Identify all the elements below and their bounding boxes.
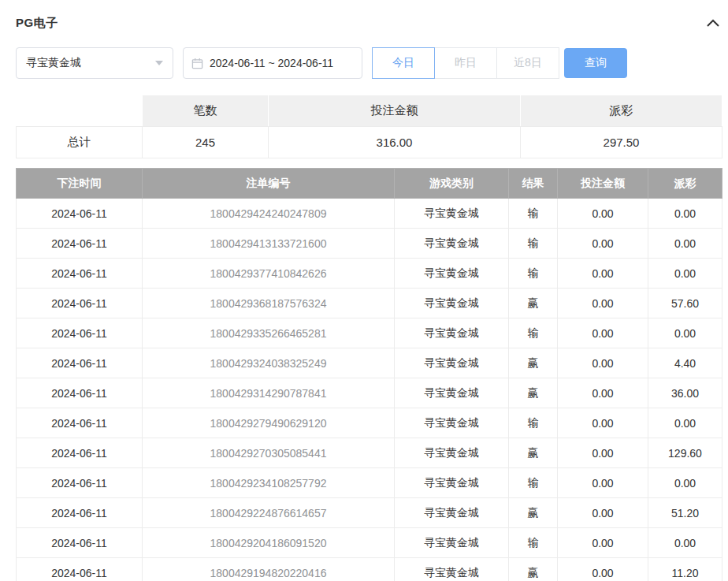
cell-result: 输 [509,199,558,229]
table-row: 2024-06-111800429224876614657寻宝黄金城赢0.005… [17,498,722,528]
cell-result: 输 [509,468,558,498]
cell-bet-amount: 0.00 [558,438,648,468]
cell-game-type: 寻宝黄金城 [395,498,509,528]
summary-table: 笔数 投注金额 派彩 总计 245 316.00 297.50 [16,95,722,158]
summary-header-count: 笔数 [143,95,269,127]
header-result: 结果 [509,169,558,199]
table-row: 2024-06-111800429314290787841寻宝黄金城赢0.003… [17,378,722,408]
summary-bet-amount-value: 316.00 [269,127,521,158]
cell-bet-amount: 0.00 [558,318,648,348]
cell-bet-amount: 0.00 [558,528,648,558]
calendar-icon [191,58,203,69]
table-row: 2024-06-111800429424240247809寻宝黄金城输0.000… [17,199,722,229]
date-range-value: 2024-06-11 ~ 2024-06-11 [210,57,333,69]
bet-table-body: 2024-06-111800429424240247809寻宝黄金城输0.000… [17,199,722,581]
cell-order-id: 1800429377410842626 [143,259,395,289]
summary-header-payout: 派彩 [521,95,722,127]
game-select[interactable]: 寻宝黄金城 [16,47,173,79]
cell-order-id: 1800429234108257792 [143,468,395,498]
cell-bet-time: 2024-06-11 [17,199,143,229]
date-range-input[interactable]: 2024-06-11 ~ 2024-06-11 [183,47,362,79]
cell-order-id: 1800429224876614657 [143,498,395,528]
cell-result: 赢 [509,348,558,378]
cell-result: 输 [509,528,558,558]
cell-bet-time: 2024-06-11 [17,229,143,259]
search-button[interactable]: 查询 [564,48,627,78]
cell-order-id: 1800429270305085441 [143,438,395,468]
summary-count-value: 245 [143,127,269,158]
summary-payout-value: 297.50 [521,127,722,158]
cell-order-id: 1800429324038325249 [143,348,395,378]
table-row: 2024-06-111800429377410842626寻宝黄金城输0.000… [17,259,722,289]
cell-order-id: 1800429204186091520 [143,528,395,558]
game-select-value: 寻宝黄金城 [26,56,81,70]
cell-bet-amount: 0.00 [558,558,648,581]
table-row: 2024-06-111800429204186091520寻宝黄金城输0.000… [17,528,722,558]
cell-payout: 0.00 [648,199,722,229]
cell-order-id: 1800429413133721600 [143,229,395,259]
summary-header-blank [17,95,143,127]
cell-payout: 11.20 [648,558,722,581]
table-row: 2024-06-111800429368187576324寻宝黄金城赢0.005… [17,289,722,318]
cell-game-type: 寻宝黄金城 [395,318,509,348]
cell-game-type: 寻宝黄金城 [395,199,509,229]
header-bet-time: 下注时间 [17,169,143,199]
cell-bet-time: 2024-06-11 [17,438,143,468]
table-row: 2024-06-111800429234108257792寻宝黄金城输0.000… [17,468,722,498]
table-row: 2024-06-111800429324038325249寻宝黄金城赢0.004… [17,348,722,378]
cell-game-type: 寻宝黄金城 [395,528,509,558]
cell-payout: 4.40 [648,348,722,378]
bet-table-header-row: 下注时间 注单编号 游戏类别 结果 投注金额 派彩 [17,169,722,199]
cell-order-id: 1800429314290787841 [143,378,395,408]
cell-bet-time: 2024-06-11 [17,498,143,528]
cell-bet-amount: 0.00 [558,498,648,528]
cell-bet-amount: 0.00 [558,408,648,438]
cell-game-type: 寻宝黄金城 [395,408,509,438]
cell-order-id: 1800429335266465281 [143,318,395,348]
cell-bet-time: 2024-06-11 [17,318,143,348]
cell-order-id: 1800429279490629120 [143,408,395,438]
cell-bet-time: 2024-06-11 [17,348,143,378]
table-row: 2024-06-111800429270305085441寻宝黄金城赢0.001… [17,438,722,468]
cell-payout: 36.00 [648,378,722,408]
cell-game-type: 寻宝黄金城 [395,558,509,581]
table-row: 2024-06-111800429413133721600寻宝黄金城输0.000… [17,229,722,259]
cell-bet-amount: 0.00 [558,199,648,229]
today-button[interactable]: 今日 [372,47,435,79]
cell-payout: 0.00 [648,259,722,289]
filter-row: 寻宝黄金城 2024-06-11 ~ 2024-06-11 今日 昨日 近8日 … [16,47,722,79]
collapse-panel-button[interactable] [704,14,722,32]
bet-table: 下注时间 注单编号 游戏类别 结果 投注金额 派彩 2024-06-111800… [16,168,722,581]
cell-game-type: 寻宝黄金城 [395,259,509,289]
cell-payout: 129.60 [648,438,722,468]
header-bet-amount: 投注金额 [558,169,648,199]
cell-result: 输 [509,229,558,259]
chevron-down-icon [155,61,163,65]
table-row: 2024-06-111800429279490629120寻宝黄金城输0.000… [17,408,722,438]
cell-bet-amount: 0.00 [558,378,648,408]
cell-result: 赢 [509,438,558,468]
cell-result: 输 [509,259,558,289]
cell-game-type: 寻宝黄金城 [395,348,509,378]
cell-result: 赢 [509,289,558,318]
cell-result: 赢 [509,558,558,581]
cell-payout: 0.00 [648,468,722,498]
cell-bet-time: 2024-06-11 [17,378,143,408]
last-8-days-button[interactable]: 近8日 [496,47,559,79]
yesterday-button[interactable]: 昨日 [434,47,497,79]
summary-total-label: 总计 [17,127,143,158]
cell-payout: 0.00 [648,528,722,558]
cell-bet-time: 2024-06-11 [17,528,143,558]
summary-header-bet-amount: 投注金额 [269,95,521,127]
cell-game-type: 寻宝黄金城 [395,229,509,259]
chevron-up-icon [707,19,719,27]
cell-game-type: 寻宝黄金城 [395,468,509,498]
cell-payout: 57.60 [648,289,722,318]
cell-bet-time: 2024-06-11 [17,468,143,498]
cell-bet-amount: 0.00 [558,468,648,498]
cell-payout: 0.00 [648,408,722,438]
cell-bet-amount: 0.00 [558,259,648,289]
cell-bet-amount: 0.00 [558,348,648,378]
cell-payout: 0.00 [648,318,722,348]
cell-bet-time: 2024-06-11 [17,289,143,318]
